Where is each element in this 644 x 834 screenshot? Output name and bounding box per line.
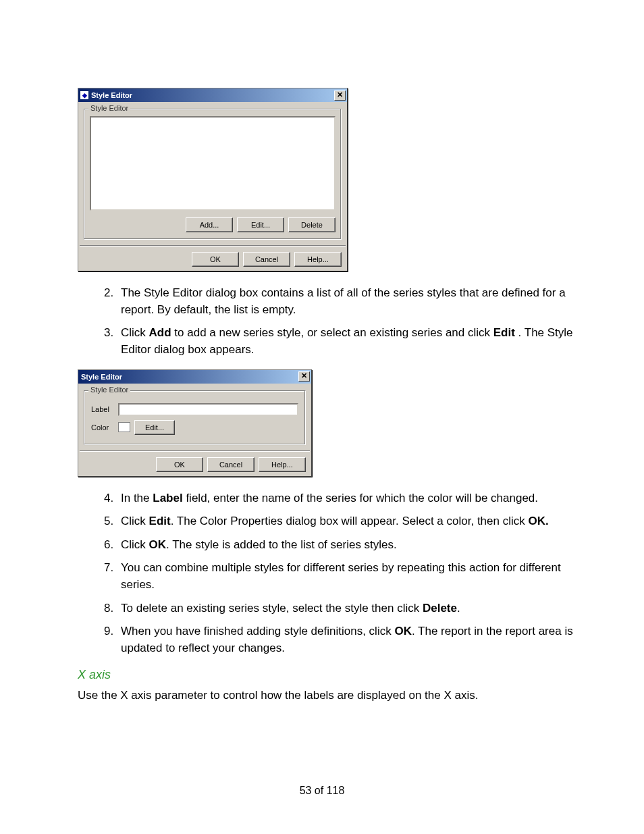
step-bold: OK. (528, 515, 548, 527)
step-4: In the Label field, enter the name of th… (117, 490, 576, 507)
app-icon: ◆ (80, 90, 89, 100)
step-bold: Add (149, 326, 171, 339)
label-field-label: Label (91, 405, 114, 413)
step-text: Click (121, 326, 149, 339)
step-text: Click (121, 538, 149, 551)
steps-list-a: The Style Editor dialog box contains a l… (78, 285, 576, 359)
cancel-button[interactable]: Cancel (243, 252, 290, 267)
step-bold: OK (149, 538, 167, 551)
step-7: You can combine multiple styles for diff… (117, 560, 576, 593)
cancel-button[interactable]: Cancel (207, 457, 254, 472)
close-icon[interactable]: ✕ (298, 371, 310, 382)
group-legend: Style Editor (88, 104, 130, 112)
step-2: The Style Editor dialog box contains a l… (117, 285, 576, 318)
close-icon[interactable]: ✕ (334, 90, 346, 101)
step-3: Click Add to add a new series style, or … (117, 325, 576, 358)
step-bold: OK (394, 625, 412, 637)
step-text: field, enter the name of the series for … (183, 492, 538, 504)
add-button[interactable]: Add... (186, 217, 233, 232)
step-bold: Edit (493, 326, 515, 339)
delete-button[interactable]: Delete (288, 217, 336, 232)
step-6: Click OK. The style is added to the list… (117, 537, 576, 554)
dialog-title: Style Editor (91, 91, 334, 99)
step-bold: Delete (423, 602, 457, 615)
step-bold: Label (153, 492, 182, 504)
help-button[interactable]: Help... (259, 457, 306, 472)
edit-button[interactable]: Edit... (237, 217, 284, 232)
step-text: In the (121, 492, 153, 504)
edit-color-button[interactable]: Edit... (134, 420, 175, 435)
step-bold: Edit (149, 515, 171, 527)
group-legend: Style Editor (88, 386, 130, 394)
step-8: To delete an existing series style, sele… (117, 600, 576, 617)
color-field-label: Color (91, 423, 114, 432)
ok-button[interactable]: OK (192, 252, 239, 267)
separator (80, 245, 346, 246)
step-text: . The Color Properties dialog box will a… (171, 515, 529, 527)
style-editor-group: Style Editor Label Color Edit... (84, 390, 306, 445)
steps-list-b: In the Label field, enter the name of th… (78, 490, 576, 657)
dialog-title: Style Editor (80, 373, 298, 381)
step-text: The Style Editor dialog box contains a l… (121, 286, 566, 316)
style-editor-group: Style Editor Add... Edit... Delete (84, 109, 342, 240)
titlebar: ◆ Style Editor ✕ (78, 88, 347, 102)
label-input[interactable] (118, 403, 298, 416)
section-heading: X axis (78, 668, 576, 682)
color-swatch (118, 422, 130, 432)
help-button[interactable]: Help... (294, 252, 342, 267)
style-editor-edit-dialog: Style Editor ✕ Style Editor Label Color … (78, 369, 312, 477)
page-number: 53 of 118 (0, 785, 644, 797)
body-paragraph: Use the X axis parameter to control how … (78, 689, 576, 702)
step-text: . (457, 602, 460, 615)
step-5: Click Edit. The Color Properties dialog … (117, 513, 576, 530)
separator (80, 450, 310, 452)
step-text: You can combine multiple styles for diff… (121, 561, 561, 591)
style-editor-list-dialog: ◆ Style Editor ✕ Style Editor Add... Edi… (78, 88, 348, 271)
step-text: To delete an existing series style, sele… (121, 602, 423, 615)
step-text: When you have finished adding style defi… (121, 625, 394, 637)
ok-button[interactable]: OK (156, 457, 203, 472)
step-text: . The style is added to the list of seri… (166, 538, 397, 551)
titlebar: Style Editor ✕ (78, 370, 311, 384)
step-text: to add a new series style, or select an … (171, 326, 493, 339)
styles-listbox[interactable] (90, 116, 336, 211)
step-text: Click (121, 515, 149, 527)
step-9: When you have finished adding style defi… (117, 623, 576, 656)
